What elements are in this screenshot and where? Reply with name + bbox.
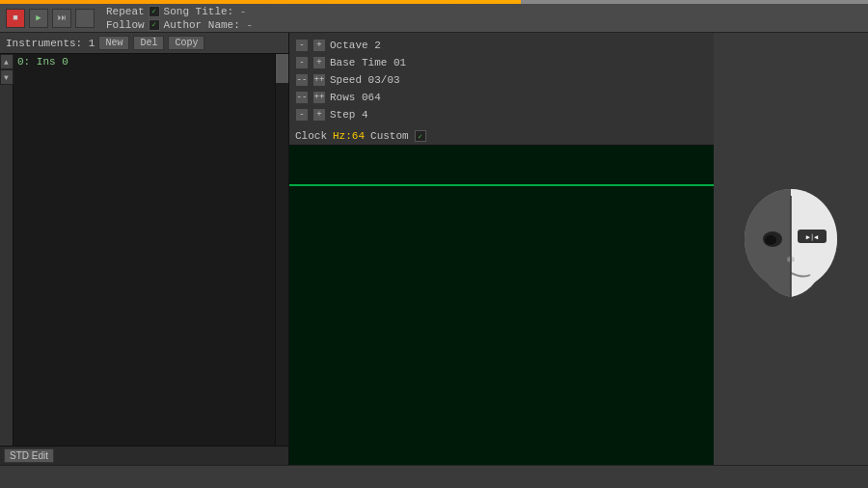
- follow-row: Follow ✓ Author Name: -: [106, 19, 253, 31]
- instrument-items: 0: Ins 0: [14, 54, 275, 446]
- mask-area: ▶|◀: [714, 33, 868, 465]
- del-instrument-button[interactable]: Del: [133, 36, 164, 50]
- record-button[interactable]: [75, 9, 95, 28]
- rows-double-minus-button[interactable]: --: [295, 91, 309, 104]
- main-toolbar: ■ ▶ ⏭ Repeat ✓ Song Title: - Follow ✓ Au…: [0, 4, 868, 33]
- speed-double-plus-button[interactable]: ++: [312, 73, 326, 87]
- speed-double-minus-button[interactable]: --: [295, 73, 309, 87]
- std-edit-button[interactable]: STD Edit: [4, 448, 54, 463]
- speed-row: -- ++ Speed 03/03: [295, 71, 708, 89]
- basetime-minus-button[interactable]: -: [295, 56, 309, 69]
- step-plus-button[interactable]: +: [312, 108, 326, 122]
- clock-label: Clock: [295, 130, 327, 142]
- author-name-label: Author Name: -: [164, 19, 253, 31]
- pattern-panel: - + Octave 2 - + Base Time 01 -- ++ Spee…: [289, 33, 714, 465]
- new-instrument-button[interactable]: New: [98, 36, 129, 50]
- custom-label: Custom: [370, 130, 409, 142]
- basetime-row: - + Base Time 01: [295, 54, 708, 71]
- song-info: Repeat ✓ Song Title: - Follow ✓ Author N…: [106, 6, 253, 31]
- repeat-checkbox[interactable]: ✓: [149, 6, 160, 17]
- step-row: - + Step 4: [295, 106, 708, 123]
- instruments-header: Instruments: 1 New Del Copy: [0, 33, 288, 54]
- song-title-label: Song Title: -: [164, 6, 247, 17]
- custom-checkbox[interactable]: ✓: [415, 130, 426, 142]
- instruments-panel: Instruments: 1 New Del Copy ▲ ▼ 0: Ins 0: [0, 33, 289, 465]
- instrument-controls: STD Edit: [0, 446, 288, 465]
- repeat-row: Repeat ✓ Song Title: -: [106, 6, 253, 17]
- octave-label: Octave 2: [330, 40, 407, 51]
- bottom-area: [0, 465, 868, 484]
- clock-row: Clock Hz:64 Custom ✓: [289, 127, 714, 146]
- follow-checkbox[interactable]: ✓: [149, 19, 160, 31]
- instruments-label: Instruments: 1: [6, 38, 95, 49]
- rows-label: Rows 064: [330, 92, 407, 103]
- copy-instrument-button[interactable]: Copy: [168, 36, 204, 50]
- scroll-up-button[interactable]: ▲: [0, 54, 14, 69]
- pattern-controls: - + Octave 2 - + Base Time 01 -- ++ Spee…: [289, 33, 714, 127]
- scroll-arrows-left: ▲ ▼: [0, 54, 14, 446]
- instrument-item[interactable]: 0: Ins 0: [14, 54, 275, 69]
- scroll-thumb[interactable]: [276, 54, 288, 83]
- scroll-down-button[interactable]: ▼: [0, 69, 14, 85]
- speed-label: Speed 03/03: [330, 74, 407, 86]
- skip-button[interactable]: ⏭: [52, 9, 71, 28]
- basetime-plus-button[interactable]: +: [312, 56, 326, 69]
- step-minus-button[interactable]: -: [295, 108, 309, 122]
- rows-double-plus-button[interactable]: ++: [312, 91, 326, 104]
- instrument-list: ▲ ▼ 0: Ins 0: [0, 54, 288, 446]
- repeat-label: Repeat: [106, 6, 145, 17]
- octave-plus-button[interactable]: +: [312, 39, 326, 52]
- pattern-display: [289, 146, 714, 465]
- rows-row: -- ++ Rows 064: [295, 89, 708, 106]
- play-button[interactable]: ▶: [29, 9, 48, 28]
- follow-label: Follow: [106, 19, 145, 31]
- svg-point-6: [765, 235, 776, 245]
- mask-logo: ▶|◀: [738, 186, 844, 312]
- stop-button[interactable]: ■: [6, 9, 25, 28]
- svg-text:▶|◀: ▶|◀: [806, 233, 819, 241]
- clock-value: Hz:64: [333, 130, 365, 142]
- content-area: Instruments: 1 New Del Copy ▲ ▼ 0: Ins 0: [0, 33, 868, 465]
- octave-minus-button[interactable]: -: [295, 39, 309, 52]
- instrument-scrollbar[interactable]: [275, 54, 288, 446]
- step-label: Step 4: [330, 109, 407, 121]
- octave-row: - + Octave 2: [295, 37, 708, 54]
- scroll-track: [276, 54, 288, 446]
- pattern-highlight: [289, 184, 714, 186]
- basetime-label: Base Time 01: [330, 57, 407, 68]
